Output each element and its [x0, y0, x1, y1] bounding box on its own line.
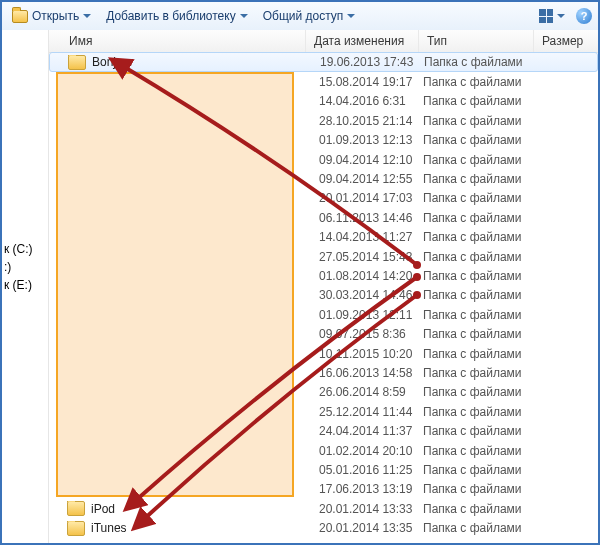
- folder-open-icon: [12, 10, 28, 23]
- cell-type: Папка с файлами: [423, 521, 543, 535]
- table-row[interactable]: 01.02.2014 20:10Папка с файлами: [49, 441, 598, 460]
- cell-type: Папка с файлами: [423, 366, 543, 380]
- table-row[interactable]: 14.04.2016 6:31Папка с файлами: [49, 92, 598, 111]
- table-row[interactable]: Bonjour19.06.2013 17:43Папка с файлами: [49, 52, 598, 72]
- cell-date: 09.07.2015 8:36: [319, 327, 423, 341]
- table-row[interactable]: 15.08.2014 19:17Папка с файлами: [49, 72, 598, 91]
- cell-type: Папка с файлами: [423, 133, 543, 147]
- cell-type: Папка с файлами: [423, 308, 543, 322]
- cell-date: 06.11.2013 14:46: [319, 211, 423, 225]
- cell-date: 09.04.2014 12:10: [319, 153, 423, 167]
- table-row[interactable]: 28.10.2015 21:14Папка с файлами: [49, 111, 598, 130]
- cell-date: 28.10.2015 21:14: [319, 114, 423, 128]
- cell-type: Папка с файлами: [423, 347, 543, 361]
- cell-date: 24.04.2014 11:37: [319, 424, 423, 438]
- toolbar-add-library[interactable]: Добавить в библиотеку: [98, 7, 251, 25]
- cell-type: Папка с файлами: [423, 288, 543, 302]
- table-row[interactable]: 06.11.2013 14:46Папка с файлами: [49, 208, 598, 227]
- toolbar-open[interactable]: Открыть: [8, 7, 94, 25]
- toolbar-share-label: Общий доступ: [263, 9, 344, 23]
- rows-container: Bonjour19.06.2013 17:43Папка с файлами15…: [49, 52, 598, 543]
- cell-type: Папка с файлами: [423, 424, 543, 438]
- toolbar-add-library-label: Добавить в библиотеку: [106, 9, 236, 23]
- cell-type: Папка с файлами: [423, 172, 543, 186]
- column-type[interactable]: Тип: [419, 30, 534, 52]
- toolbar: Открыть Добавить в библиотеку Общий дост…: [2, 2, 598, 31]
- table-row[interactable]: 24.04.2014 11:37Папка с файлами: [49, 421, 598, 440]
- cell-date: 01.02.2014 20:10: [319, 444, 423, 458]
- cell-type: Папка с файлами: [423, 211, 543, 225]
- cell-date: 15.08.2014 19:17: [319, 75, 423, 89]
- cell-date: 10.11.2015 10:20: [319, 347, 423, 361]
- table-row[interactable]: 10.11.2015 10:20Папка с файлами: [49, 344, 598, 363]
- table-row[interactable]: 01.09.2013 12:13Папка с файлами: [49, 131, 598, 150]
- cell-type: Папка с файлами: [423, 405, 543, 419]
- chevron-down-icon: [83, 13, 90, 20]
- cell-type: Папка с файлами: [423, 269, 543, 283]
- cell-type: Папка с файлами: [423, 385, 543, 399]
- table-row[interactable]: iTunes20.01.2014 13:35Папка с файлами: [49, 518, 598, 537]
- file-name: iTunes: [91, 521, 127, 535]
- nav-drive-d[interactable]: :): [4, 260, 11, 274]
- folder-icon: [68, 55, 86, 70]
- cell-type: Папка с файлами: [423, 502, 543, 516]
- cell-type: Папка с файлами: [423, 114, 543, 128]
- cell-date: 05.01.2016 11:25: [319, 463, 423, 477]
- cell-date: 09.04.2014 12:55: [319, 172, 423, 186]
- cell-type: Папка с файлами: [423, 94, 543, 108]
- file-name: Bonjour: [92, 55, 133, 69]
- table-row[interactable]: 17.06.2013 13:19Папка с файлами: [49, 480, 598, 499]
- cell-type: Папка с файлами: [423, 75, 543, 89]
- toolbar-right: ?: [535, 7, 592, 25]
- main-area: к (C:) :) к (E:) Имя Дата изменения Тип …: [2, 30, 598, 543]
- cell-date: 30.03.2014 14:46: [319, 288, 423, 302]
- chevron-down-icon: [347, 13, 354, 20]
- nav-drive-c[interactable]: к (C:): [4, 242, 33, 256]
- cell-type: Папка с файлами: [423, 444, 543, 458]
- table-row[interactable]: 16.06.2013 14:58Папка с файлами: [49, 363, 598, 382]
- table-row[interactable]: 14.04.2013 11:27Папка с файлами: [49, 228, 598, 247]
- cell-date: 01.08.2014 14:20: [319, 269, 423, 283]
- column-size[interactable]: Размер: [534, 30, 598, 52]
- nav-pane[interactable]: к (C:) :) к (E:): [2, 30, 49, 543]
- table-row[interactable]: 09.04.2014 12:55Папка с файлами: [49, 169, 598, 188]
- folder-icon: [67, 521, 85, 536]
- table-row[interactable]: 05.01.2016 11:25Папка с файлами: [49, 460, 598, 479]
- cell-date: 20.01.2014 13:33: [319, 502, 423, 516]
- cell-date: 17.06.2013 13:19: [319, 482, 423, 496]
- cell-type: Папка с файлами: [423, 327, 543, 341]
- toolbar-share[interactable]: Общий доступ: [255, 7, 359, 25]
- cell-type: Папка с файлами: [423, 250, 543, 264]
- cell-date: 20.01.2014 17:03: [319, 191, 423, 205]
- table-row[interactable]: iPod20.01.2014 13:33Папка с файлами: [49, 499, 598, 518]
- cell-date: 14.04.2013 11:27: [319, 230, 423, 244]
- cell-type: Папка с файлами: [423, 230, 543, 244]
- column-date[interactable]: Дата изменения: [306, 30, 419, 52]
- cell-date: 16.06.2013 14:58: [319, 366, 423, 380]
- cell-date: 20.01.2014 13:35: [319, 521, 423, 535]
- help-icon[interactable]: ?: [576, 8, 592, 24]
- table-row[interactable]: 27.05.2014 15:43Папка с файлами: [49, 247, 598, 266]
- cell-date: 19.06.2013 17:43: [320, 55, 424, 69]
- cell-date: 14.04.2016 6:31: [319, 94, 423, 108]
- view-mode-button[interactable]: [535, 7, 568, 25]
- file-list: Имя Дата изменения Тип Размер Bonjour19.…: [49, 30, 598, 543]
- table-row[interactable]: 20.01.2014 17:03Папка с файлами: [49, 189, 598, 208]
- cell-name: iTunes: [49, 521, 319, 536]
- view-grid-icon: [539, 9, 553, 23]
- chevron-down-icon: [557, 13, 564, 20]
- table-row[interactable]: 25.12.2014 11:44Папка с файлами: [49, 402, 598, 421]
- table-row[interactable]: 01.09.2013 12:11Папка с файлами: [49, 305, 598, 324]
- folder-icon: [67, 501, 85, 516]
- column-headers: Имя Дата изменения Тип Размер: [49, 30, 598, 53]
- table-row[interactable]: 26.06.2014 8:59Папка с файлами: [49, 383, 598, 402]
- table-row[interactable]: 01.08.2014 14:20Папка с файлами: [49, 266, 598, 285]
- file-name: iPod: [91, 502, 115, 516]
- table-row[interactable]: 30.03.2014 14:46Папка с файлами: [49, 286, 598, 305]
- column-name[interactable]: Имя: [49, 30, 306, 52]
- cell-date: 26.06.2014 8:59: [319, 385, 423, 399]
- nav-drive-e[interactable]: к (E:): [4, 278, 32, 292]
- cell-type: Папка с файлами: [423, 191, 543, 205]
- table-row[interactable]: 09.07.2015 8:36Папка с файлами: [49, 324, 598, 343]
- table-row[interactable]: 09.04.2014 12:10Папка с файлами: [49, 150, 598, 169]
